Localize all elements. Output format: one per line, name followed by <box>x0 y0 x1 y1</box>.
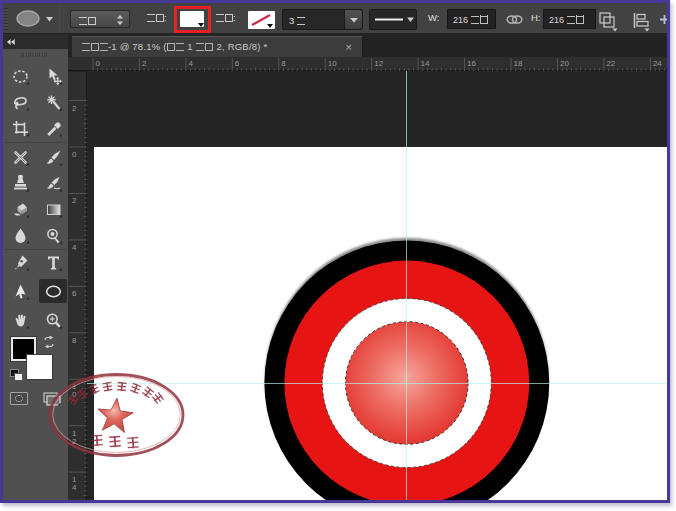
svg-text:2: 2 <box>142 59 147 68</box>
svg-text:0: 0 <box>72 150 77 159</box>
svg-text:0: 0 <box>96 59 101 68</box>
svg-text:2: 2 <box>72 104 77 113</box>
svg-text:6: 6 <box>72 289 77 298</box>
svg-text:4: 4 <box>188 59 193 68</box>
svg-text:4: 4 <box>72 243 77 252</box>
svg-text:8: 8 <box>281 59 286 68</box>
svg-text:20: 20 <box>560 59 569 68</box>
svg-text:6: 6 <box>235 59 240 68</box>
svg-text:10: 10 <box>328 59 337 68</box>
svg-text:14: 14 <box>421 59 430 68</box>
svg-text:22: 22 <box>606 59 615 68</box>
svg-text:4: 4 <box>72 483 77 492</box>
svg-text:18: 18 <box>514 59 523 68</box>
svg-text:16: 16 <box>467 59 476 68</box>
svg-text:12: 12 <box>374 59 383 68</box>
svg-text:24: 24 <box>653 59 662 68</box>
svg-text:8: 8 <box>72 336 77 345</box>
svg-text:2: 2 <box>72 196 77 205</box>
